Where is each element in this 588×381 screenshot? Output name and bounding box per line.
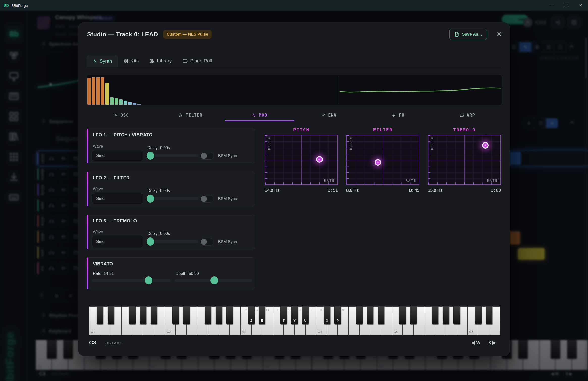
black-key-A#1[interactable] [151, 306, 157, 324]
rate-label: Rate: 14.91 [93, 271, 114, 276]
black-key-F#2[interactable] [205, 306, 211, 324]
spectrum-bar [87, 78, 91, 105]
slider-knob[interactable] [145, 276, 152, 284]
octave-down-button[interactable]: ◀ W [471, 340, 480, 345]
pad-handle[interactable]: + [316, 156, 323, 163]
black-key-C#2[interactable] [172, 306, 179, 324]
bpm-sync-toggle[interactable] [200, 195, 214, 203]
black-key-A#5[interactable] [453, 306, 460, 324]
black-key-G#4[interactable] [367, 306, 373, 324]
black-key-D#5[interactable] [410, 306, 417, 324]
depth-slider[interactable] [175, 279, 252, 282]
bpm-sync-toggle[interactable] [200, 152, 214, 160]
tab-piano-roll[interactable]: Piano Roll [177, 55, 218, 67]
depth-label: Depth: 50.90 [176, 271, 199, 276]
octave-marker: C6 [469, 330, 473, 334]
slider-knob[interactable] [210, 276, 218, 284]
black-key-D#3[interactable]: E [259, 306, 265, 324]
black-key-C#5[interactable] [399, 306, 406, 324]
black-key-C#4[interactable]: O [324, 306, 330, 324]
rate-slider[interactable] [92, 279, 171, 282]
pad-ticks-y [428, 135, 430, 184]
pad-rate-value: 15.9 Hz [428, 188, 443, 193]
pad-handle[interactable]: + [375, 159, 381, 166]
black-key-D#4[interactable]: P [334, 306, 341, 324]
black-key-G#3[interactable]: Y [291, 306, 298, 324]
wave-select[interactable]: Sine [92, 150, 143, 161]
black-key-F#5[interactable] [432, 306, 438, 324]
black-key-F#3[interactable]: T [280, 306, 287, 324]
black-key-F#4[interactable] [356, 306, 363, 324]
wave-select[interactable]: Sine [92, 236, 143, 247]
slider-knob[interactable] [147, 237, 154, 246]
pad-ticks-y [265, 135, 267, 184]
black-key-A#3[interactable]: U [302, 306, 309, 324]
subtab-fx[interactable]: FX [363, 110, 433, 121]
toggle-knob [201, 196, 207, 202]
pad-depth-value: D: 80 [490, 188, 501, 193]
subtab-env[interactable]: ENV [294, 110, 363, 121]
slider-knob[interactable] [147, 195, 154, 203]
lfo-panel-title: LFO 2 — FILTER [93, 175, 130, 181]
pad-ticks-x [265, 182, 337, 184]
black-key-G#5[interactable] [443, 306, 449, 324]
delay-slider[interactable] [147, 154, 198, 157]
octave-up-button[interactable]: X ▶ [488, 340, 496, 345]
black-key-D#6[interactable] [486, 306, 492, 324]
subtab-arp[interactable]: ARP [433, 110, 502, 121]
key-letter: T [280, 319, 287, 322]
black-key-G#1[interactable] [140, 306, 146, 324]
black-key-F#1[interactable] [129, 306, 136, 324]
pad-center-hline [347, 160, 419, 160]
maximize-button[interactable] [565, 4, 568, 7]
black-key-C#3[interactable]: Z [248, 306, 255, 324]
xy-pad-filter[interactable]: DEPTHRATE+ [346, 135, 419, 185]
bpm-sync-toggle[interactable] [200, 238, 214, 246]
trend-icon [321, 113, 326, 117]
subtab-osc[interactable]: OSC [87, 110, 156, 121]
slider-knob[interactable] [147, 152, 154, 160]
octave-marker: C5 [394, 330, 398, 334]
pad-handle[interactable]: + [482, 142, 489, 149]
piano-keyboard: C1C2QC3SDFGHJKC4LMC5C6ZETYUOP [89, 306, 500, 335]
app-name: 8BitForge [12, 3, 28, 8]
synth-section-tabs: OSCFILTERMODENVFXARP [87, 110, 502, 121]
xy-pad-tremolo[interactable]: DEPTHRATE+ [428, 135, 501, 185]
repeat-icon [460, 113, 464, 117]
oscilloscope-display [87, 75, 502, 105]
pad-ticks-y [347, 135, 349, 184]
delay-label: Delay: 0.00s [147, 188, 170, 193]
pad-title: PITCH [265, 127, 338, 132]
pad-x-axis-label: RATE [406, 179, 416, 182]
close-modal-button[interactable]: ✕ [494, 30, 504, 39]
wave-label: Wave [93, 230, 103, 234]
tab-library[interactable]: Library [144, 55, 177, 67]
black-key-D#2[interactable] [183, 306, 190, 324]
zap-icon [392, 113, 396, 117]
close-window-button[interactable]: ✕ [578, 3, 583, 8]
subtab-filter[interactable]: FILTER [156, 110, 225, 121]
save-as-button[interactable]: Save As... [449, 29, 487, 40]
delay-slider[interactable] [147, 197, 198, 200]
tab-synth[interactable]: Synth [87, 55, 118, 67]
wave-select[interactable]: Sine [92, 193, 143, 204]
scope-divider [338, 76, 338, 104]
tab-kits[interactable]: Kits [118, 55, 144, 67]
black-key-A#2[interactable] [226, 306, 233, 324]
black-key-G#2[interactable] [216, 306, 222, 324]
subtab-mod[interactable]: MOD [225, 110, 294, 121]
spectrum-bar [133, 103, 136, 105]
black-key-C#6[interactable] [475, 306, 482, 324]
black-key-A#4[interactable] [378, 306, 384, 324]
delay-slider[interactable] [147, 240, 198, 243]
bpm-sync-label: BPM Sync [218, 197, 237, 201]
minimize-button[interactable]: — [549, 3, 554, 8]
xy-pad-pitch[interactable]: DEPTHRATE+ [265, 135, 338, 185]
black-key-C#1[interactable] [97, 306, 103, 324]
wave-label: Wave [93, 187, 103, 192]
delay-label: Delay: 0.00s [147, 146, 170, 150]
toggle-knob [201, 153, 207, 159]
black-key-D#1[interactable] [108, 306, 114, 324]
pad-block-tremolo: TREMOLODEPTHRATE+15.9 HzD: 80 [428, 127, 501, 193]
lfo-panel-2: LFO 2 — FILTERWaveSineDelay: 0.00sBPM Sy… [87, 172, 255, 206]
